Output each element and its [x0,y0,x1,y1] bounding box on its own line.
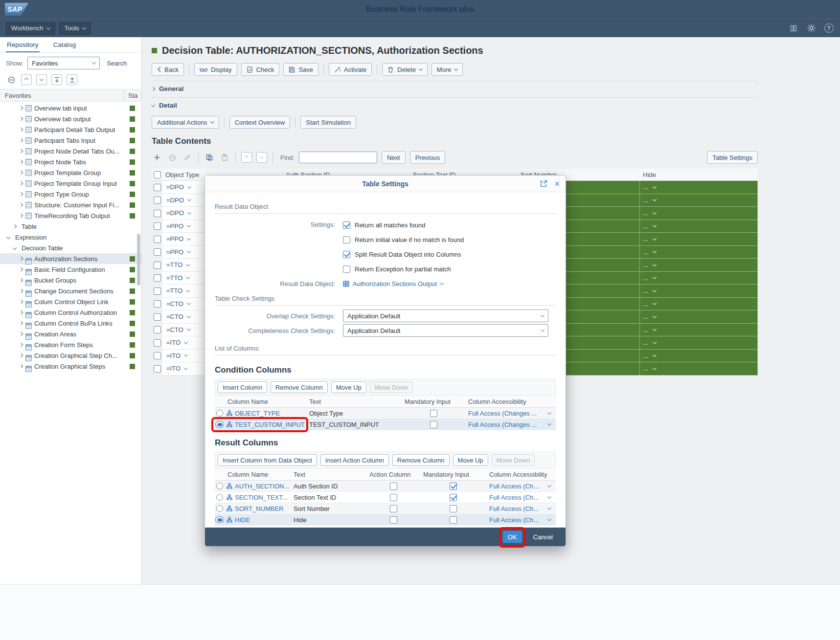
chevron-down-icon[interactable] [547,421,551,425]
tree-item[interactable]: Basic Field Configuration [0,264,141,275]
expand-chevron-icon[interactable] [13,224,17,228]
setting-checkbox[interactable] [343,236,350,243]
settings-gear-icon[interactable] [806,23,817,34]
expand-chevron-icon[interactable] [19,117,23,121]
row-checkbox[interactable] [154,339,161,347]
chevron-down-icon[interactable] [547,410,551,414]
setting-checkbox[interactable] [343,221,350,229]
copy-icon[interactable] [204,152,215,163]
tree-item[interactable]: Bucket Groups [0,275,141,286]
hide-cell[interactable]: ... [640,233,758,246]
result-column-row[interactable]: HIDE Hide Full Access (Ch... [215,514,556,526]
more-button[interactable]: More [431,63,463,76]
column-name-link[interactable]: SORT_NUMBER [235,505,283,512]
show-select[interactable]: Favorites [27,57,100,69]
open-in-new-window-icon[interactable] [540,180,547,187]
activate-button[interactable]: Activate [329,63,372,76]
row-checkbox[interactable] [154,236,161,243]
column-accessibility-link[interactable]: Full Access (Changes ... [468,421,537,428]
toolbar-button[interactable]: Insert Column [218,381,267,393]
start-simulation-button[interactable]: Start Simulation [300,116,356,129]
tab-repository[interactable]: Repository [6,38,40,52]
row-checkbox[interactable] [154,365,161,373]
tree-item[interactable]: TimeRecording Tab Output [0,210,141,221]
tree-item[interactable]: Authorization Sections [0,253,141,264]
remove-favorite-icon[interactable] [6,74,17,85]
tree-item[interactable]: Creation Areas [0,329,141,339]
row-radio[interactable] [216,494,223,501]
expand-chevron-icon[interactable] [6,235,10,239]
row-checkbox[interactable] [154,184,161,191]
setting-checkbox[interactable] [343,251,350,258]
expand-chevron-icon[interactable] [19,203,23,207]
toolbar-button[interactable]: Insert Column from Data Object [218,454,317,466]
tree-item[interactable]: Table [0,221,141,232]
expand-chevron-icon[interactable] [19,181,23,185]
row-checkbox[interactable] [154,222,161,230]
expand-all-icon[interactable] [51,74,62,85]
mandatory-input-checkbox[interactable] [450,483,457,490]
column-accessibility-link[interactable]: Full Access (Ch... [489,494,539,501]
column-name-link[interactable]: HIDE [235,516,250,524]
hide-cell[interactable]: ... [640,310,758,324]
condition-column-row[interactable]: OBJECT_TYPE Object Type Full Access (Cha… [215,408,556,419]
row-radio[interactable] [215,516,224,523]
column-name-link[interactable]: SECTION_TEXT... [235,494,288,501]
tree-item[interactable]: Change Document Sections [0,286,141,296]
tree-item[interactable]: Structure: Customer Input Fi... [0,199,141,210]
check-button[interactable]: Check [241,63,280,76]
close-icon[interactable]: × [554,179,560,188]
additional-actions-button[interactable]: Additional Actions [152,116,219,129]
column-name-link[interactable]: TEST_CUSTOM_INPUT [235,421,305,428]
section-general[interactable]: General [152,81,758,96]
display-button[interactable]: Display [194,63,237,76]
row-checkbox[interactable] [154,352,161,359]
expand-chevron-icon[interactable] [19,278,23,282]
expand-chevron-icon[interactable] [19,257,23,261]
hide-cell[interactable]: ... [640,324,758,337]
move-row-down-icon[interactable] [256,152,267,163]
result-column-row[interactable]: AUTH_SECTION... Auth Section ID Full Acc… [215,481,556,492]
hide-cell[interactable]: ... [640,181,758,194]
result-column-row[interactable]: SECTION_TEXT... Section Text ID Full Acc… [215,492,556,503]
ok-button[interactable]: OK [502,530,522,543]
row-checkbox[interactable] [154,326,161,333]
add-row-icon[interactable] [152,152,162,163]
tree-item[interactable]: Overview tab output [0,113,141,124]
expand-chevron-icon[interactable] [19,300,23,304]
overlap-check-select[interactable]: Application Default [343,309,548,322]
toolbar-button[interactable]: Move Down [370,381,413,393]
move-down-icon[interactable] [36,74,47,85]
tools-menu-button[interactable]: Tools [59,22,91,35]
completeness-check-select[interactable]: Application Default [343,324,548,337]
row-checkbox[interactable] [154,248,161,256]
hide-cell[interactable]: ... [640,350,758,363]
context-overview-button[interactable]: Context Overview [229,116,291,129]
toolbar-button[interactable]: Move Down [492,454,535,466]
expand-chevron-icon[interactable] [19,214,23,218]
tree-item[interactable]: Creation Graphical Step Ch... [0,350,141,361]
row-checkbox[interactable] [154,313,161,321]
chevron-down-icon[interactable] [547,483,551,487]
hide-cell[interactable]: ... [640,259,758,272]
mandatory-input-checkbox[interactable] [450,516,457,524]
tree-item[interactable]: Project Template Group Input [0,178,141,189]
expand-chevron-icon[interactable] [19,310,23,314]
expand-chevron-icon[interactable] [19,353,23,357]
help-icon[interactable] [823,23,834,34]
tree-item[interactable]: Project Node Tabs [0,156,141,167]
hide-cell[interactable]: ... [640,298,758,311]
search-button[interactable]: Search [104,58,130,69]
expand-chevron-icon[interactable] [19,171,23,175]
setting-checkbox[interactable] [343,265,350,273]
condition-column-row[interactable]: TEST_CUSTOM_INPUT TEST_CUSTOM_INPUT Full… [215,419,556,430]
remove-row-icon[interactable] [167,152,178,163]
expand-chevron-icon[interactable] [19,343,23,347]
tree-item[interactable]: Expression [0,232,141,243]
mandatory-input-checkbox[interactable] [450,494,457,501]
next-button[interactable]: Next [382,151,406,164]
chevron-down-icon[interactable] [547,506,551,509]
tree-item[interactable]: Colum Control Object Link [0,296,141,307]
section-detail[interactable]: Detail [152,97,758,113]
column-accessibility-link[interactable]: Full Access (Ch... [489,516,539,524]
